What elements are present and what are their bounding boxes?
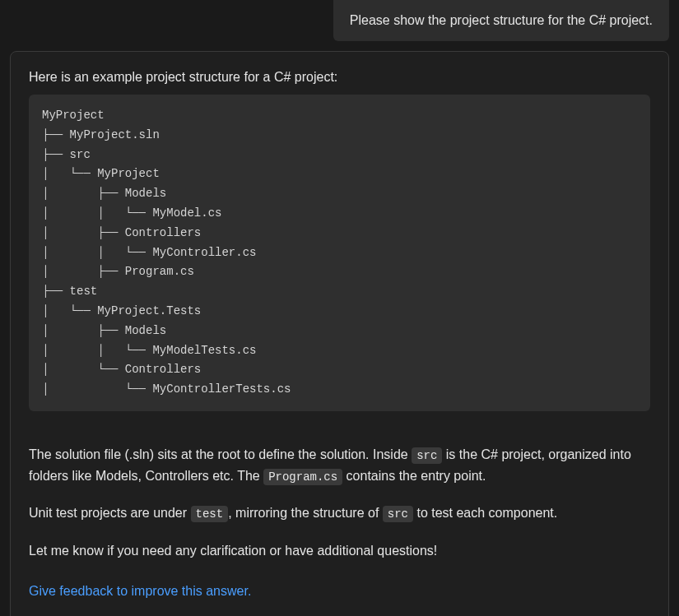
inline-code-program-cs: Program.cs bbox=[263, 469, 342, 485]
inline-code-src: src bbox=[412, 447, 442, 464]
inline-code-test: test bbox=[191, 506, 229, 522]
feedback-link[interactable]: Give feedback to improve this answer. bbox=[29, 584, 251, 598]
assistant-message-container: Here is an example project structure for… bbox=[0, 41, 679, 616]
para2-text-2: , mirroring the structure of bbox=[228, 506, 383, 520]
user-message-bubble: Please show the project structure for th… bbox=[333, 0, 669, 41]
project-structure-code-block: MyProject ├── MyProject.sln ├── src │ └─… bbox=[29, 95, 650, 411]
assistant-message-content: Here is an example project structure for… bbox=[10, 51, 669, 616]
para1-text-1: The solution file (.sln) sits at the roo… bbox=[29, 447, 412, 461]
assistant-intro-text: Here is an example project structure for… bbox=[29, 70, 650, 85]
explanation-paragraph-1: The solution file (.sln) sits at the roo… bbox=[29, 444, 650, 486]
closing-text: Let me know if you need any clarificatio… bbox=[29, 540, 650, 562]
inline-code-src-2: src bbox=[383, 506, 413, 522]
para2-text-3: to test each component. bbox=[413, 506, 557, 520]
para1-text-3: contains the entry point. bbox=[342, 469, 486, 483]
para2-text-1: Unit test projects are under bbox=[29, 506, 191, 520]
explanation-paragraph-2: Unit test projects are under test, mirro… bbox=[29, 503, 650, 524]
user-message-text: Please show the project structure for th… bbox=[350, 13, 653, 28]
user-message-container: Please show the project structure for th… bbox=[0, 0, 679, 41]
